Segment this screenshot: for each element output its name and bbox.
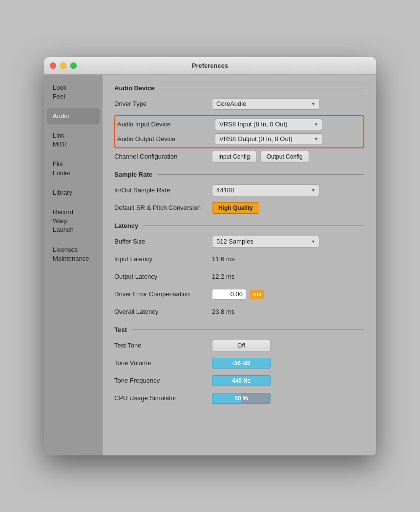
test-tone-button[interactable]: Off: [212, 340, 271, 351]
audio-device-title: Audio Device: [114, 84, 154, 92]
sidebar-item-licenses-maintenance[interactable]: Licenses Maintenance: [47, 242, 100, 267]
buffer-size-dropdown-wrapper: 512 Samples: [212, 236, 319, 247]
window-title: Preferences: [192, 62, 228, 69]
latency-divider: [143, 225, 364, 226]
input-latency-label: Input Latency: [114, 255, 212, 263]
buffer-size-select[interactable]: 512 Samples: [212, 236, 319, 247]
main-panel: Audio Device Driver Type CoreAudio: [103, 75, 376, 455]
sample-rate-title: Sample Rate: [114, 171, 152, 178]
tone-volume-label: Tone Volume: [114, 359, 212, 367]
audio-output-control: VRS8 Output (0 In, 8 Out): [215, 133, 361, 145]
latency-title: Latency: [114, 222, 138, 229]
preferences-window: Preferences Look Feel Audio Link MIDI Fi…: [44, 57, 376, 455]
cpu-usage-value: 50 %: [234, 395, 248, 402]
tone-frequency-slider[interactable]: 440 Hz: [212, 375, 271, 386]
driver-error-unit: ms: [250, 290, 264, 299]
sidebar-item-look-feel[interactable]: Look Feel: [47, 80, 100, 105]
driver-error-label: Driver Error Compensation: [114, 290, 212, 298]
in-out-sample-rate-label: In/Out Sample Rate: [114, 186, 212, 194]
sidebar-item-file-folder[interactable]: File Folder: [47, 156, 100, 181]
sidebar-item-link-midi[interactable]: Link MIDI: [47, 127, 100, 153]
channel-config-control: Input Config Output Config: [212, 151, 364, 163]
test-tone-row: Test Tone Off: [114, 339, 364, 352]
cpu-usage-row: CPU Usage Simulator 50 %: [114, 392, 364, 405]
audio-input-row: Audio Input Device VRS8 Input (8 In, 0 O…: [117, 118, 361, 131]
test-tone-label: Test Tone: [114, 342, 212, 349]
latency-section-header: Latency: [114, 222, 364, 229]
overall-latency-row: Overall Latency 23.8 ms: [114, 306, 364, 318]
test-section-header: Test: [114, 326, 364, 333]
sample-rate-divider: [157, 174, 364, 175]
titlebar: Preferences: [44, 57, 376, 75]
test-title: Test: [114, 326, 127, 333]
output-latency-label: Output Latency: [114, 273, 212, 280]
tone-frequency-control: 440 Hz: [212, 375, 364, 386]
audio-output-label: Audio Output Device: [117, 135, 215, 143]
default-sr-row: Default SR & Pitch Conversion High Quali…: [114, 202, 364, 214]
in-out-sample-rate-row: In/Out Sample Rate 44100: [114, 184, 364, 197]
test-divider: [132, 329, 364, 330]
cpu-usage-slider[interactable]: 50 %: [212, 393, 271, 404]
high-quality-button[interactable]: High Quality: [212, 202, 259, 214]
output-latency-row: Output Latency 12.2 ms: [114, 270, 364, 283]
driver-error-row: Driver Error Compensation ms: [114, 288, 364, 301]
sample-rate-section-header: Sample Rate: [114, 171, 364, 178]
channel-config-row: Channel Configuration Input Config Outpu…: [114, 150, 364, 163]
default-sr-control: High Quality: [212, 202, 364, 214]
output-latency-value: 12.2 ms: [212, 273, 234, 280]
sidebar-item-audio[interactable]: Audio: [47, 108, 100, 124]
overall-latency-control: 23.8 ms: [212, 308, 364, 315]
channel-config-label: Channel Configuration: [114, 153, 212, 160]
driver-type-row: Driver Type CoreAudio: [114, 98, 364, 110]
content-area: Look Feel Audio Link MIDI File Folder Li…: [44, 75, 376, 455]
cpu-usage-control: 50 %: [212, 393, 364, 404]
audio-output-row: Audio Output Device VRS8 Output (0 In, 8…: [117, 133, 361, 145]
test-tone-control: Off: [212, 340, 364, 351]
audio-device-divider: [159, 88, 364, 88]
audio-device-section-header: Audio Device: [114, 84, 364, 92]
input-latency-control: 11.6 ms: [212, 255, 364, 263]
tone-frequency-row: Tone Frequency 440 Hz: [114, 374, 364, 387]
audio-io-highlighted-group: Audio Input Device VRS8 Input (8 In, 0 O…: [114, 115, 364, 148]
driver-error-input[interactable]: [212, 289, 246, 300]
minimize-button[interactable]: [60, 62, 66, 69]
audio-input-select[interactable]: VRS8 Input (8 In, 0 Out): [215, 119, 322, 130]
driver-type-select[interactable]: CoreAudio: [212, 98, 319, 110]
tone-volume-slider[interactable]: -36 dB: [212, 358, 271, 369]
input-latency-row: Input Latency 11.6 ms: [114, 253, 364, 266]
overall-latency-label: Overall Latency: [114, 308, 212, 315]
audio-output-select[interactable]: VRS8 Output (0 In, 8 Out): [215, 133, 322, 145]
maximize-button[interactable]: [70, 62, 77, 69]
output-config-button[interactable]: Output Config: [260, 151, 309, 163]
traffic-lights: [50, 62, 77, 69]
output-latency-control: 12.2 ms: [212, 273, 364, 280]
audio-input-label: Audio Input Device: [117, 121, 215, 128]
tone-frequency-value: 440 Hz: [232, 377, 251, 384]
overall-latency-value: 23.8 ms: [212, 308, 234, 315]
sidebar: Look Feel Audio Link MIDI File Folder Li…: [44, 75, 103, 455]
tone-volume-control: -36 dB: [212, 358, 364, 369]
sidebar-item-record-warp-launch[interactable]: Record Warp Launch: [47, 204, 100, 239]
tone-frequency-label: Tone Frequency: [114, 377, 212, 384]
audio-output-dropdown-wrapper: VRS8 Output (0 In, 8 Out): [215, 133, 322, 145]
close-button[interactable]: [50, 62, 56, 69]
buffer-size-row: Buffer Size 512 Samples: [114, 235, 364, 248]
driver-type-control: CoreAudio: [212, 98, 364, 110]
tone-volume-value: -36 dB: [232, 360, 251, 367]
default-sr-label: Default SR & Pitch Conversion: [114, 204, 212, 211]
buffer-size-label: Buffer Size: [114, 238, 212, 245]
tone-volume-row: Tone Volume -36 dB: [114, 357, 364, 369]
buffer-size-control: 512 Samples: [212, 236, 364, 247]
driver-type-label: Driver Type: [114, 100, 212, 107]
sample-rate-dropdown-wrapper: 44100: [212, 184, 319, 196]
sample-rate-select[interactable]: 44100: [212, 184, 319, 196]
audio-input-control: VRS8 Input (8 In, 0 Out): [215, 119, 361, 130]
driver-error-control: ms: [212, 289, 364, 300]
audio-input-dropdown-wrapper: VRS8 Input (8 In, 0 Out): [215, 119, 322, 130]
input-latency-value: 11.6 ms: [212, 255, 234, 263]
in-out-sample-rate-control: 44100: [212, 184, 364, 196]
input-config-button[interactable]: Input Config: [212, 151, 256, 163]
driver-type-dropdown-wrapper: CoreAudio: [212, 98, 319, 110]
sidebar-item-library[interactable]: Library: [47, 184, 100, 201]
cpu-usage-label: CPU Usage Simulator: [114, 394, 212, 402]
